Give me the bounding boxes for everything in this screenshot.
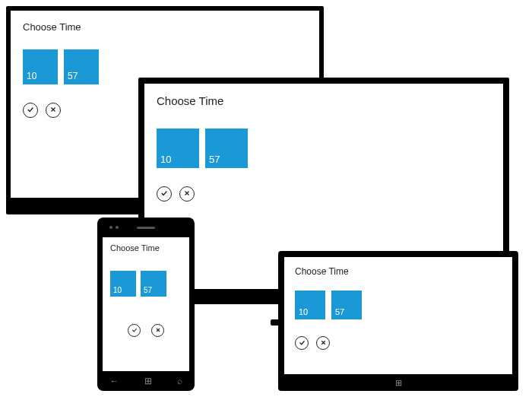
phone-sensor <box>109 226 112 229</box>
time-picker: Choose Time 10 57 <box>284 257 512 359</box>
action-buttons <box>110 324 182 337</box>
time-tiles: 10 57 <box>110 271 182 297</box>
phone-sensor <box>116 226 119 229</box>
screen: Choose Time 10 57 <box>103 237 189 371</box>
x-icon <box>49 106 57 115</box>
cancel-button[interactable] <box>46 103 61 118</box>
action-buttons <box>295 336 502 350</box>
cancel-button[interactable] <box>316 336 330 350</box>
check-icon <box>160 189 168 198</box>
hour-tile[interactable]: 10 <box>157 129 199 168</box>
check-icon <box>299 339 306 348</box>
windows-icon[interactable]: ⊞ <box>395 378 402 388</box>
action-buttons <box>157 186 491 202</box>
time-picker: Choose Time 10 57 <box>144 84 503 212</box>
picker-title: Choose Time <box>110 243 182 252</box>
hour-tile[interactable]: 10 <box>295 291 325 319</box>
accept-button[interactable] <box>157 186 172 202</box>
check-icon <box>131 327 138 335</box>
accept-button[interactable] <box>23 103 38 118</box>
time-tiles: 10 57 <box>157 129 491 168</box>
x-icon <box>183 189 191 198</box>
picker-title: Choose Time <box>157 94 491 107</box>
hour-tile[interactable]: 10 <box>110 271 136 297</box>
minute-tile[interactable]: 57 <box>64 49 99 84</box>
time-tiles: 10 57 <box>295 291 502 319</box>
minute-tile[interactable]: 57 <box>205 129 248 168</box>
minute-tile[interactable]: 57 <box>141 271 166 297</box>
cancel-button[interactable] <box>151 324 164 337</box>
time-picker: Choose Time 10 57 <box>103 237 189 343</box>
phone-device: Choose Time 10 57 ← ⊞ ⌕ <box>97 218 195 391</box>
accept-button[interactable] <box>295 336 309 350</box>
picker-title: Choose Time <box>295 266 502 277</box>
x-icon <box>155 327 161 335</box>
accept-button[interactable] <box>128 324 141 337</box>
x-icon <box>320 339 327 348</box>
minute-tile[interactable]: 57 <box>331 291 362 319</box>
back-icon[interactable]: ← <box>110 376 119 386</box>
check-icon <box>27 106 34 115</box>
phone-earpiece <box>137 227 155 229</box>
windows-icon[interactable]: ⊞ <box>144 376 152 386</box>
cancel-button[interactable] <box>179 186 195 202</box>
picker-title: Choose Time <box>23 21 307 33</box>
search-icon[interactable]: ⌕ <box>177 376 182 386</box>
hour-tile[interactable]: 10 <box>23 49 58 84</box>
phone-nav-buttons: ← ⊞ ⌕ <box>97 376 195 386</box>
screen: Choose Time 10 57 <box>284 257 512 374</box>
tablet-device: Choose Time 10 57 ⊞ <box>278 251 518 391</box>
